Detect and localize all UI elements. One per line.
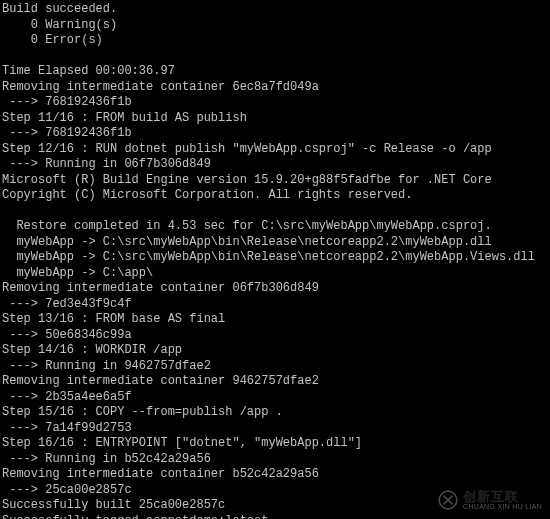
terminal-output: Build succeeded. 0 Warning(s) 0 Error(s)… bbox=[0, 0, 550, 519]
watermark-en-text: CHUANG XIN HU LIAN bbox=[463, 503, 542, 510]
watermark: 创新互联 CHUANG XIN HU LIAN bbox=[437, 489, 542, 511]
watermark-cn-text: 创新互联 bbox=[463, 490, 542, 503]
watermark-logo-icon bbox=[437, 489, 459, 511]
